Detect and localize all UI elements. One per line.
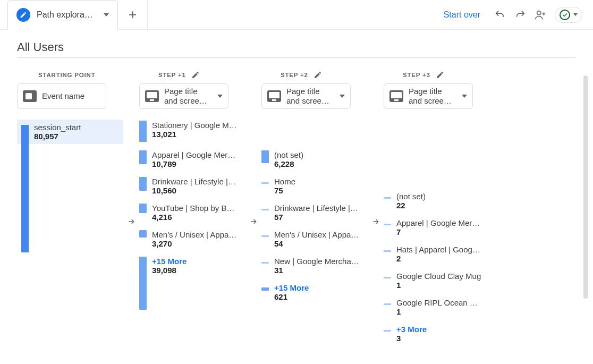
share-user-button[interactable] — [532, 9, 548, 21]
path-node[interactable]: (not set)22 — [384, 191, 490, 217]
pencil-circle-icon — [16, 8, 30, 22]
dropdown-label: Event name — [42, 91, 100, 101]
node-bar — [139, 204, 147, 213]
insights-status-button[interactable] — [555, 7, 582, 23]
node-label: Drinkware | Lifestyle | … — [274, 204, 359, 213]
node-bar — [261, 209, 269, 210]
node-value: 4,216 — [152, 213, 237, 222]
node-label: Men's / Unisex | Appar… — [274, 230, 359, 239]
step-1-dropdown[interactable]: Page title and scree… — [139, 83, 228, 109]
screen-icon — [267, 90, 281, 102]
node-label: Men's / Unisex | Appar… — [152, 230, 237, 239]
node-bar — [384, 250, 391, 252]
path-start-node[interactable]: session_start 80,957 — [17, 120, 123, 144]
node-bar — [139, 150, 147, 164]
starting-point-column: STARTING POINT Event name session_start … — [17, 71, 123, 350]
step-3-column: STEP +3 Page title and scree… (not set)2… — [384, 71, 490, 350]
node-bar — [384, 197, 391, 199]
node-value: 3,270 — [152, 239, 237, 248]
node-bar — [261, 182, 269, 184]
node-value: 10,789 — [152, 159, 237, 168]
top-toolbar: Path explorati… + Start over — [0, 0, 593, 30]
node-label: Hats | Apparel | Googl… — [396, 245, 481, 254]
node-label: New | Google Merchan… — [274, 257, 359, 266]
chevron-down-icon — [217, 95, 223, 98]
dropdown-label: Page title and scree… — [286, 87, 334, 106]
node-bar — [384, 224, 391, 225]
node-bar — [384, 277, 391, 278]
path-node[interactable]: Hats | Apparel | Googl…2 — [384, 244, 490, 270]
step-arrow-icon — [368, 93, 384, 350]
scrollbar[interactable] — [583, 75, 588, 299]
node-label: Stationery | Google Me… — [152, 121, 237, 130]
edit-step-button[interactable] — [191, 71, 200, 79]
path-node[interactable]: Drinkware | Lifestyle | …57 — [261, 202, 368, 229]
node-bar — [139, 230, 147, 238]
path-node[interactable]: Apparel | Google Merc…7 — [384, 217, 490, 244]
node-label: Drinkware | Lifestyle | … — [152, 177, 237, 186]
edit-step-button[interactable] — [436, 71, 444, 79]
step-3-dropdown[interactable]: Page title and scree… — [384, 83, 473, 109]
undo-button[interactable] — [492, 9, 508, 21]
path-node[interactable]: Home75 — [261, 176, 368, 202]
exploration-canvas: All Users STARTING POINT Event name sess… — [0, 30, 593, 361]
path-node[interactable]: Apparel | Google Merc…10,789 — [139, 149, 245, 176]
node-bar — [261, 235, 269, 237]
path-node[interactable]: +15 More621 — [261, 282, 368, 309]
path-node[interactable]: Drinkware | Lifestyle | …10,560 — [139, 176, 245, 202]
node-label: Google RIPL Ocean Bl… — [396, 298, 481, 307]
node-value: 1 — [396, 307, 481, 316]
node-value: 10,560 — [152, 186, 237, 195]
dropdown-label: Page title and scree… — [409, 87, 456, 106]
path-node[interactable]: Google RIPL Ocean Bl…1 — [384, 297, 490, 324]
node-value: 13,021 — [152, 130, 237, 139]
node-bar — [261, 262, 269, 264]
path-node[interactable]: New | Google Merchan…31 — [261, 256, 368, 282]
path-node[interactable]: +15 More39,098 — [139, 256, 245, 317]
path-node[interactable]: +3 More3 — [384, 324, 490, 350]
chevron-down-icon — [340, 95, 345, 98]
dropdown-label: Page title and scree… — [164, 87, 212, 106]
node-label: YouTube | Shop by Bra… — [152, 204, 237, 213]
node-value: 7 — [396, 227, 481, 236]
tab-label: Path explorati… — [37, 10, 95, 20]
node-value: 54 — [274, 239, 359, 248]
svg-point-0 — [537, 11, 541, 14]
node-bar — [139, 177, 147, 191]
path-node[interactable]: Men's / Unisex | Appar…3,270 — [139, 229, 245, 256]
step-2-column: STEP +2 Page title and scree… (not set)6… — [261, 71, 368, 350]
node-value: 57 — [274, 213, 359, 222]
path-node[interactable]: Google Cloud Clay Mug1 — [384, 270, 490, 297]
path-node[interactable]: Stationery | Google Me…13,021 — [139, 120, 245, 149]
path-node[interactable]: YouTube | Shop by Bra…4,216 — [139, 202, 245, 229]
start-over-button[interactable]: Start over — [444, 10, 480, 20]
event-icon — [23, 90, 37, 102]
chevron-down-icon — [573, 13, 578, 16]
chevron-down-icon — [462, 95, 467, 98]
step-arrow-icon — [123, 93, 139, 350]
tab-dropdown-caret-icon[interactable] — [104, 13, 109, 16]
check-circle-icon — [560, 10, 570, 20]
path-node[interactable]: Men's / Unisex | Appar…54 — [261, 229, 368, 256]
node-value: 22 — [396, 201, 426, 210]
screen-icon — [145, 90, 159, 102]
path-node[interactable]: (not set)6,228 — [261, 149, 368, 176]
starting-point-dropdown[interactable]: Event name — [17, 83, 106, 109]
node-bar — [384, 330, 391, 332]
node-bar — [139, 257, 147, 310]
node-value: 621 — [274, 292, 309, 301]
redo-button[interactable] — [512, 9, 528, 21]
node-bar — [139, 121, 147, 142]
node-value: 2 — [396, 254, 481, 263]
exploration-tab[interactable]: Path explorati… — [7, 0, 118, 30]
node-value: 39,098 — [152, 266, 187, 275]
segment-title: All Users — [17, 40, 576, 58]
add-tab-button[interactable]: + — [118, 0, 148, 30]
node-bar — [261, 150, 269, 163]
screen-icon — [389, 90, 403, 102]
edit-step-button[interactable] — [314, 71, 322, 79]
step-2-dropdown[interactable]: Page title and scree… — [261, 83, 351, 109]
step-1-header: STEP +1 — [158, 72, 186, 78]
node-value: 75 — [274, 186, 295, 195]
node-bar — [384, 303, 391, 305]
